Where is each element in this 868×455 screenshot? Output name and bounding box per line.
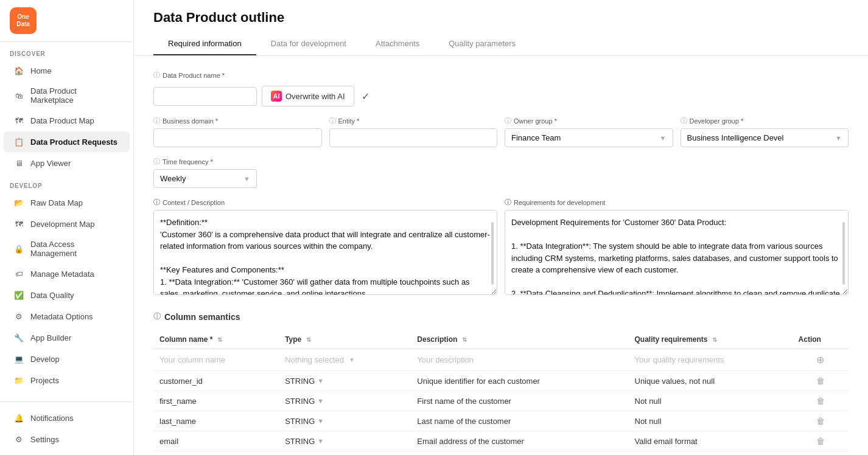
develop-section: DEVELOP 📂 Raw Data Map 🗺 Development Map…: [0, 174, 133, 391]
ai-icon: AI: [271, 91, 282, 102]
sidebar-item-label: App Viewer: [30, 159, 71, 168]
marketplace-icon: 🛍: [13, 90, 24, 101]
cell-colname: customer_id: [153, 371, 279, 391]
cell-type[interactable]: STRING ▼: [285, 397, 405, 406]
product-name-label: ⓘ Data Product name *: [153, 71, 372, 80]
sidebar-item-map[interactable]: 🗺 Data Product Map: [4, 110, 130, 131]
col-header-name[interactable]: Column name * ⇅: [153, 330, 279, 349]
delete-row-icon[interactable]: 🗑: [816, 376, 825, 386]
sidebar-item-requests[interactable]: 📋 Data Product Requests: [4, 131, 130, 152]
discover-section: DISCOVER 🏠 Home 🛍 Data Product Marketpla…: [0, 42, 133, 174]
column-semantics-section: ⓘ Column semantics Column name * ⇅ Type …: [153, 311, 849, 451]
requirements-field: ⓘ Requirements for development: [505, 198, 849, 297]
chevron-down-icon: ▼: [317, 397, 324, 405]
accessmgmt-icon: 🔒: [13, 243, 24, 254]
table-row: customer_id STRING ▼ Unique identifier f…: [153, 371, 849, 391]
tab-attachments[interactable]: Attachments: [361, 33, 434, 55]
sidebar-item-label: Metadata Options: [30, 312, 93, 321]
devmap-icon: 🗺: [13, 218, 24, 229]
chevron-down-icon: ▼: [660, 134, 667, 142]
settings-icon: ⚙: [13, 434, 24, 445]
action-cell-placeholder: ⊕: [799, 354, 842, 366]
overwrite-ai-button[interactable]: AI Overwrite with AI: [262, 86, 354, 106]
main-content: Data Product outline Required informatio…: [134, 0, 868, 455]
metadata-icon: 🏷: [13, 268, 24, 279]
tab-quality[interactable]: Quality parameters: [434, 33, 530, 55]
owner-group-field: ⓘ Owner group * Finance Team ▼: [505, 116, 673, 147]
projects-icon: 📁: [13, 375, 24, 386]
delete-row-icon[interactable]: 🗑: [816, 436, 825, 446]
time-frequency-select[interactable]: Weekly ▼: [153, 169, 257, 188]
main-header: Data Product outline Required informatio…: [134, 0, 868, 56]
table-row-placeholder: Your column name Nothing selected ▼ Your…: [153, 349, 849, 371]
sort-icon-desc: ⇅: [462, 336, 467, 343]
sidebar-item-appbuilder[interactable]: 🔧 App Builder: [4, 327, 130, 348]
discover-label: DISCOVER: [0, 42, 133, 60]
sidebar-item-metaoptions[interactable]: ⚙ Metadata Options: [4, 306, 130, 327]
sidebar-item-devmap[interactable]: 🗺 Development Map: [4, 214, 130, 234]
sidebar-item-label: Data Access Management: [30, 240, 120, 258]
cell-desc: First name of the customer: [411, 391, 628, 411]
cell-colname: last_name: [153, 411, 279, 431]
tab-devdata[interactable]: Data for development: [256, 33, 361, 55]
add-row-icon[interactable]: ⊕: [816, 354, 824, 366]
sidebar-item-metadata[interactable]: 🏷 Manage Metadata: [4, 263, 130, 284]
sidebar-item-label: Manage Metadata: [30, 269, 94, 279]
context-textarea[interactable]: [153, 210, 497, 295]
sidebar-item-label: Notifications: [30, 414, 74, 423]
col-header-desc[interactable]: Description ⇅: [411, 330, 628, 349]
quality-icon: ✅: [13, 290, 24, 300]
chevron-down-icon: ▼: [243, 175, 250, 182]
product-name-input-wrap: Customer 360: [153, 87, 257, 106]
sidebar-item-projects[interactable]: 📁 Projects: [4, 370, 130, 391]
info-icon-freq: ⓘ: [153, 157, 160, 166]
entity-input[interactable]: Sales and Marketing Departmen: [329, 128, 498, 147]
cell-type[interactable]: STRING ▼: [285, 377, 405, 386]
delete-row-icon[interactable]: 🗑: [816, 396, 825, 406]
requirements-textarea[interactable]: [505, 210, 849, 295]
sidebar-item-rawdatamap[interactable]: 📂 Raw Data Map: [4, 192, 130, 213]
cell-desc: Last name of the customer: [411, 411, 628, 431]
appbuilder-icon: 🔧: [13, 332, 24, 343]
owner-group-select[interactable]: Finance Team ▼: [505, 128, 673, 147]
map-icon: 🗺: [13, 115, 24, 126]
info-icon-name: ⓘ: [153, 71, 160, 80]
sidebar-item-quality[interactable]: ✅ Data Quality: [4, 285, 130, 305]
info-icon-domain: ⓘ: [153, 116, 160, 125]
cell-type[interactable]: STRING ▼: [285, 437, 405, 446]
notifications-icon: 🔔: [13, 412, 24, 423]
cell-type[interactable]: STRING ▼: [285, 417, 405, 426]
logo-area: OneData: [0, 0, 133, 42]
product-name-input[interactable]: Customer 360: [153, 87, 257, 106]
confirm-icon[interactable]: ✓: [359, 91, 372, 102]
info-icon-req: ⓘ: [505, 198, 511, 207]
sidebar-item-notifications[interactable]: 🔔 Notifications: [4, 408, 130, 428]
chevron-down-icon: ▼: [317, 377, 324, 384]
sidebar-item-accessmgmt[interactable]: 🔒 Data Access Management: [4, 235, 130, 263]
type-select-placeholder[interactable]: Nothing selected ▼: [285, 355, 405, 364]
time-frequency-row: ⓘ Time frequency * Weekly ▼: [153, 157, 849, 188]
metaoptions-icon: ⚙: [13, 311, 24, 322]
product-name-row: ⓘ Data Product name * Customer 360 AI Ov…: [153, 71, 849, 106]
appviewer-icon: 🖥: [13, 158, 24, 168]
info-icon-entity: ⓘ: [329, 116, 336, 125]
sidebar-item-marketplace[interactable]: 🛍 Data Product Marketplace: [4, 82, 130, 109]
sort-icon-name: ⇅: [217, 336, 222, 343]
sort-icon-type: ⇅: [306, 336, 311, 343]
sidebar-item-home[interactable]: 🏠 Home: [4, 60, 130, 81]
col-header-quality[interactable]: Quality requirements ⇅: [629, 330, 793, 349]
sidebar-item-settings[interactable]: ⚙ Settings: [4, 429, 130, 450]
develop-icon: 💻: [13, 353, 24, 364]
delete-row-icon[interactable]: 🗑: [816, 416, 825, 426]
sidebar-item-label: Raw Data Map: [30, 198, 83, 207]
info-icon-owner: ⓘ: [505, 116, 511, 125]
col-header-type[interactable]: Type ⇅: [279, 330, 411, 349]
sidebar-item-develop[interactable]: 💻 Develop: [4, 349, 130, 369]
tab-required[interactable]: Required information: [153, 33, 256, 55]
context-desc-field: ⓘ Context / Description: [153, 198, 497, 297]
rawdatamap-icon: 📂: [13, 197, 24, 208]
sidebar-item-appviewer[interactable]: 🖥 App Viewer: [4, 153, 130, 173]
cell-colname: first_name: [153, 391, 279, 411]
business-domain-input[interactable]: Customer Relationship Manage: [153, 128, 322, 147]
developer-group-select[interactable]: Business Intelligence Devel ▼: [681, 128, 849, 147]
